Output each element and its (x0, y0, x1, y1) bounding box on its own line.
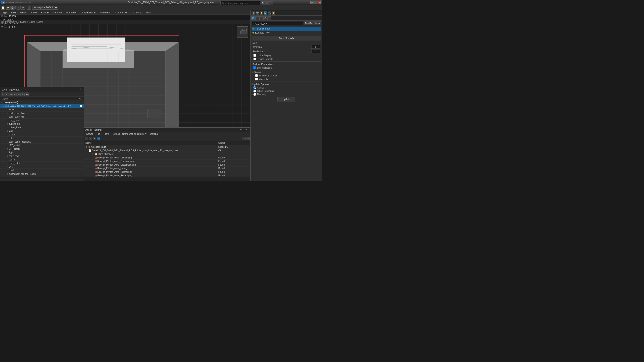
asset-close-btn[interactable]: ✕ (246, 128, 249, 131)
layer-item-back-panel-up[interactable]: □ back_panel_up (0, 115, 84, 119)
panel-icon-3[interactable]: 💡 (260, 11, 263, 15)
layer-visible-1[interactable] (80, 105, 82, 107)
panel-icon-4[interactable]: 📐 (264, 11, 267, 15)
modifier-list-select[interactable]: Modifier List (304, 21, 321, 25)
when-rendering-radio[interactable] (253, 90, 256, 92)
layer-panel-header[interactable]: Layer: 0 (default) ✕ (0, 87, 84, 92)
menu-customize[interactable]: Customize (113, 11, 128, 14)
render-setup-button[interactable]: 🎬 (27, 5, 31, 9)
menu-modifiers[interactable]: Modifiers (50, 11, 64, 14)
manually-radio[interactable] (253, 93, 256, 96)
smooth-result-checkbox[interactable] (253, 66, 256, 69)
layer-scrollbar[interactable] (0, 177, 84, 179)
layer-item-bolts[interactable]: □ bolts (0, 137, 84, 140)
layer-panel-close[interactable]: ✕ (80, 88, 82, 91)
layer-item-2pin[interactable]: □ 2_pin (0, 151, 84, 154)
layer-item-shutter[interactable]: □ shutter (0, 133, 84, 137)
layer-item-lpt-plastic[interactable]: □ LPT_plastic (0, 147, 84, 151)
nav-cube[interactable] (237, 26, 248, 37)
asset-h-scrollbar[interactable] (84, 177, 250, 179)
asset-list-view-btn[interactable]: ≡ (89, 137, 92, 140)
save-button[interactable]: 💾 (10, 5, 14, 9)
layer-item-default[interactable]: ▼ ◈ 0 (default) (0, 101, 84, 104)
layer-item-check[interactable]: □ check (0, 169, 84, 172)
panel-icon-1[interactable]: 🖼 (252, 11, 255, 15)
layer-merge-btn[interactable]: ⊞ (13, 92, 16, 96)
layer-item-wan[interactable]: □ WAN (0, 108, 84, 111)
panel-icon-2[interactable]: 📷 (256, 11, 259, 15)
asset-active-view-btn[interactable]: ▤ (97, 137, 100, 140)
sub-icon-2[interactable]: | (255, 16, 259, 20)
help-icon[interactable]: ? (269, 1, 273, 5)
layer-add-btn[interactable]: ▤ (9, 92, 12, 96)
open-button[interactable]: 📂 (6, 5, 10, 9)
asset-col-status[interactable]: Status (217, 141, 250, 145)
sub-icon-3[interactable]: / (260, 16, 263, 20)
asset-col-name[interactable]: Name (84, 141, 217, 145)
asset-menu-paths[interactable]: Paths (102, 132, 111, 135)
sub-icon-1[interactable]: ⊞ (251, 16, 255, 20)
layer-item-legs[interactable]: □ legs (0, 129, 84, 133)
layer-item-body-base[interactable]: □ body_base (0, 119, 84, 122)
menu-animation[interactable]: Animation (64, 11, 79, 14)
iterations-input[interactable] (311, 45, 320, 49)
sub-icon-5[interactable]: △ (268, 16, 271, 20)
minimize-button[interactable]: — (310, 1, 314, 4)
search-options-icon[interactable]: ⚙ (265, 1, 269, 5)
new-button[interactable]: 📄 (1, 5, 5, 9)
menu-maxscript[interactable]: MAXScript (129, 11, 144, 14)
layer-refresh-btn[interactable]: ↻ (21, 92, 24, 96)
asset-menu-file[interactable]: File (95, 132, 101, 135)
asset-minimize-btn[interactable]: — (240, 128, 242, 131)
layer-item-buttons-up[interactable]: □ buttons_up (0, 122, 84, 126)
undo-button[interactable]: ↩ (16, 5, 20, 9)
always-radio[interactable] (253, 86, 256, 89)
search-icon[interactable]: 🔍 (261, 1, 265, 5)
redo-button[interactable]: ↪ (21, 5, 25, 9)
asset-refresh-btn[interactable]: ↻ (85, 137, 88, 140)
workspace-dropdown[interactable]: Workspace: Default (32, 5, 58, 9)
asset-panel-header[interactable]: Asset Tracking — □ ✕ (84, 128, 250, 132)
layer-item-mechanism[interactable]: □ mechanism_for_the_receipt (0, 172, 84, 176)
object-name-input[interactable] (252, 21, 303, 25)
panel-icon-6[interactable]: 🎨 (272, 11, 275, 15)
layer-item-body-back[interactable]: □ body_back (0, 154, 84, 158)
asset-menu-options[interactable]: Options (149, 132, 159, 135)
layer-item-main-object[interactable]: ▶ □ OmniLink_TM_T88VI_DT2_Thermal_POS_Pr… (0, 104, 84, 108)
layer-settings-btn[interactable]: ⚙ (17, 92, 20, 96)
panel-icon-5[interactable]: 🔧 (268, 11, 271, 15)
sub-icon-4[interactable]: ⬡ (264, 16, 267, 20)
maximize-button[interactable]: □ (314, 1, 317, 4)
smoothing-groups-checkbox[interactable] (255, 74, 258, 77)
asset-help-btn[interactable]: ? (242, 137, 246, 140)
modifier-editable-poly[interactable]: Editable Poly (252, 31, 321, 35)
layer-delete-btn[interactable]: ✕ (5, 92, 8, 96)
layer-expand-btn[interactable]: ▶ (25, 92, 28, 96)
layer-item-button-base[interactable]: □ button_base (0, 126, 84, 129)
isoline-checkbox[interactable] (253, 54, 256, 57)
asset-menu-server[interactable]: Server (85, 132, 94, 135)
modifier-turbosmooth[interactable]: TurboSmooth (252, 26, 321, 31)
search-input[interactable] (220, 1, 261, 5)
menu-rendering[interactable]: Rendering (98, 11, 113, 14)
asset-maximize-btn[interactable]: □ (243, 128, 246, 131)
asset-menu-bitmap[interactable]: Bitmap Performance and Memory (112, 132, 148, 135)
menu-graph-editors[interactable]: Graph Editors (79, 11, 98, 14)
explicit-normals-checkbox[interactable] (253, 58, 256, 60)
layer-item-base-panel-additional[interactable]: □ base_panel_additional (0, 140, 84, 144)
layer-item-lpt-metal[interactable]: □ LPT_metal (0, 144, 84, 147)
update-button[interactable]: Update (278, 97, 296, 101)
layer-new-btn[interactable]: + (1, 92, 4, 96)
asset-grid-view-btn[interactable]: ⊞ (93, 137, 96, 140)
menu-create[interactable]: Create (39, 11, 50, 14)
layer-item-back-panel-base[interactable]: □ back_panel_base (0, 111, 84, 115)
render-iters-input[interactable] (311, 50, 320, 53)
close-button[interactable]: ✕ (318, 1, 321, 4)
layer-item-inside[interactable]: □ inside (0, 176, 84, 177)
menu-group[interactable]: Group (18, 11, 29, 14)
layer-item-lan[interactable]: □ LAN (0, 165, 84, 169)
layer-item-usb-a[interactable]: □ usb_a (0, 158, 84, 162)
asset-settings-btn[interactable]: ⚙ (246, 137, 250, 140)
menu-views[interactable]: Views (29, 11, 39, 14)
materials-checkbox[interactable] (255, 78, 258, 80)
